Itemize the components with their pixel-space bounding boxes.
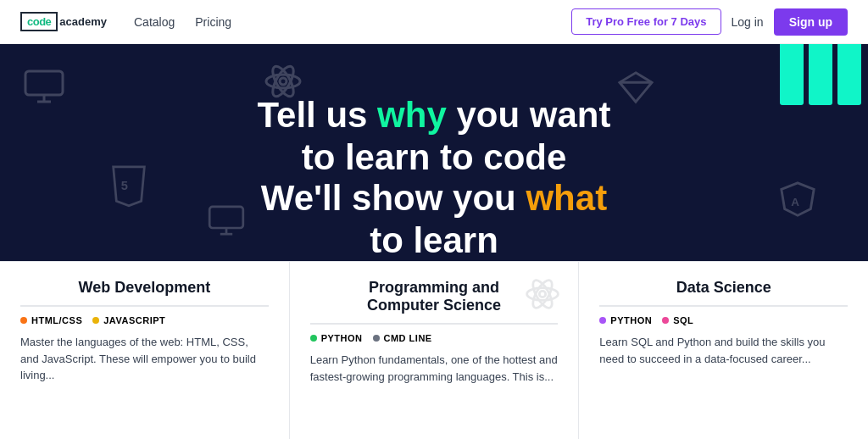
svg-rect-13 [209, 207, 243, 228]
monitor-icon [24, 69, 64, 103]
hero-line4: to learn [258, 220, 611, 261]
svg-marker-18 [620, 73, 652, 102]
card-atom-deco [524, 275, 561, 313]
signup-button[interactable]: Sign up [774, 8, 848, 36]
tag-cmdline: CMD LINE [373, 333, 432, 343]
card-data-science-desc: Learn SQL and Python and build the skill… [599, 334, 848, 367]
dot-python-ds [599, 317, 606, 324]
svg-point-26 [540, 291, 546, 297]
teal-bars-decoration [773, 44, 868, 105]
teal-bar-3 [837, 44, 861, 105]
tag-python-cs-label: PYTHON [321, 333, 363, 343]
cards-section: Web Development HTML/CSS JAVASCRIPT Mast… [0, 261, 868, 439]
tag-javascript-label: JAVASCRIPT [103, 315, 165, 325]
svg-marker-7 [114, 167, 145, 206]
tag-sql-label: SQL [673, 315, 693, 325]
svg-point-4 [266, 75, 300, 88]
tag-python-ds-label: PYTHON [610, 315, 652, 325]
hero-line1-pre: Tell us [258, 95, 378, 135]
svg-point-27 [527, 288, 559, 301]
dot-cmdline [373, 335, 380, 342]
card-prog-cs-divider [310, 323, 559, 325]
tag-python-cs: PYTHON [310, 333, 363, 343]
login-button[interactable]: Log in [732, 15, 764, 29]
tag-cmdline-label: CMD LINE [384, 333, 432, 343]
dot-sql [662, 317, 669, 324]
svg-text:A: A [791, 196, 799, 208]
hero-section: 5 3 A JS Tell us [0, 44, 868, 439]
card-web-dev-tags: HTML/CSS JAVASCRIPT [20, 315, 269, 325]
svg-point-3 [280, 78, 287, 85]
card-web-dev: Web Development HTML/CSS JAVASCRIPT Mast… [0, 261, 289, 439]
card-prog-cs-tags: PYTHON CMD LINE [310, 333, 559, 343]
svg-text:5: 5 [121, 180, 128, 193]
diamond-icon-right-top [615, 69, 656, 105]
angular-icon: A [778, 180, 817, 219]
nav-pricing[interactable]: Pricing [195, 15, 231, 29]
navbar: code academy Catalog Pricing Try Pro Fre… [0, 0, 868, 44]
dot-python-cs [310, 335, 317, 342]
logo-box: code [20, 12, 58, 31]
nav-actions: Try Pro Free for 7 Days Log in Sign up [571, 8, 848, 36]
hero-line1-post: you want [447, 95, 611, 135]
tag-javascript: JAVASCRIPT [92, 315, 165, 325]
tag-html-css-label: HTML/CSS [31, 315, 82, 325]
hero-line3-pre: We'll show you [261, 178, 526, 218]
monitor-icon-2 [208, 205, 245, 236]
card-prog-cs: Programming and Computer Science PYTHON … [289, 261, 579, 439]
try-pro-button[interactable]: Try Pro Free for 7 Days [571, 8, 721, 35]
hero-line3: We'll show you what [258, 178, 611, 219]
hero-headline: Tell us why you want to learn to code We… [258, 95, 611, 261]
html5-icon: 5 [110, 163, 147, 208]
teal-bar-2 [809, 44, 832, 105]
nav-links: Catalog Pricing [134, 15, 571, 29]
dot-html-css [20, 317, 27, 324]
card-web-dev-desc: Master the languages of the web: HTML, C… [20, 334, 269, 384]
logo[interactable]: code academy [20, 12, 107, 31]
card-data-science-divider [599, 305, 848, 307]
tag-html-css: HTML/CSS [20, 315, 82, 325]
card-data-science-title: Data Science [599, 279, 848, 297]
card-prog-cs-title: Programming and Computer Science [310, 279, 559, 314]
card-data-science: Data Science PYTHON SQL Learn SQL and Py… [578, 261, 868, 439]
hero-why-accent: why [377, 95, 447, 135]
hero-line2: to learn to code [258, 137, 611, 178]
nav-catalog[interactable]: Catalog [134, 15, 175, 29]
dot-javascript [92, 317, 99, 324]
hero-what-accent: what [526, 178, 607, 218]
card-prog-cs-desc: Learn Python fundamentals, one of the ho… [310, 352, 559, 385]
tag-python-ds: PYTHON [599, 315, 652, 325]
card-web-dev-divider [20, 305, 269, 307]
tag-sql: SQL [662, 315, 693, 325]
hero-line1: Tell us why you want [258, 95, 611, 136]
svg-rect-0 [25, 71, 63, 95]
logo-text: academy [59, 15, 107, 28]
card-web-dev-title: Web Development [20, 279, 269, 297]
card-data-science-tags: PYTHON SQL [599, 315, 848, 325]
teal-bar-1 [780, 44, 804, 105]
